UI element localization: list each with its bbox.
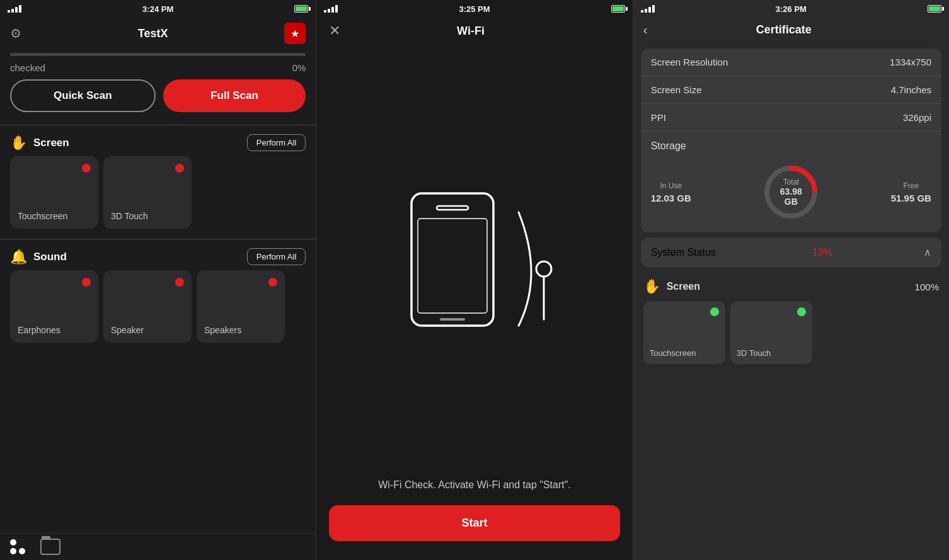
bottom-tabs bbox=[0, 533, 316, 560]
sound-section-header: 🔔 Sound Perform All bbox=[0, 242, 316, 270]
right-3d-touch-label: 3D Touch bbox=[737, 348, 771, 358]
full-scan-button[interactable]: Full Scan bbox=[163, 79, 306, 112]
3d-touch-card[interactable]: 3D Touch bbox=[103, 156, 192, 229]
right-screen-section-header: ✋ Screen 100% bbox=[633, 272, 949, 299]
screen-section-icon: ✋ bbox=[10, 135, 27, 151]
carrier-left bbox=[8, 5, 21, 13]
ppi-value: 326ppi bbox=[903, 112, 931, 123]
screen-section-title: ✋ Screen bbox=[10, 135, 69, 151]
storage-section: Storage In Use 12.03 GB Total 63.98 G bbox=[641, 132, 941, 232]
right-scroll[interactable]: Screen Resolution 1334x750 Screen Size 4… bbox=[633, 43, 949, 560]
storage-visual: In Use 12.03 GB Total 63.98 GB bbox=[651, 161, 931, 224]
shield-icon[interactable]: ★ bbox=[284, 23, 306, 44]
tab-folder[interactable] bbox=[40, 539, 60, 555]
donut-value: 63.98 GB bbox=[775, 186, 807, 207]
wifi-start-button[interactable]: Start bbox=[329, 505, 619, 541]
right-items-grid: Touchscreen 3D Touch bbox=[633, 299, 949, 369]
right-screen-icon: ✋ bbox=[643, 278, 660, 295]
svg-rect-3 bbox=[440, 318, 465, 321]
screen-size-label: Screen Size bbox=[651, 84, 702, 95]
in-use-stat: In Use 12.03 GB bbox=[651, 181, 691, 203]
wifi-illustration bbox=[316, 48, 632, 477]
dot-1 bbox=[10, 539, 16, 546]
app-title: TestX bbox=[138, 27, 168, 40]
screen-perform-all-button[interactable]: Perform All bbox=[247, 134, 306, 151]
speakers-label: Speakers bbox=[204, 325, 241, 335]
screen-resolution-row: Screen Resolution 1334x750 bbox=[641, 49, 941, 76]
touchscreen-card[interactable]: Touchscreen bbox=[10, 156, 98, 229]
time-left: 3:24 PM bbox=[142, 4, 173, 14]
3d-touch-status bbox=[175, 164, 184, 173]
speaker-status bbox=[175, 278, 184, 287]
screen-section-header: ✋ Screen Perform All bbox=[0, 128, 316, 156]
3d-touch-label: 3D Touch bbox=[111, 211, 148, 221]
dot-3 bbox=[19, 548, 25, 554]
svg-rect-1 bbox=[437, 206, 468, 210]
status-bar-mid: 3:25 PM bbox=[316, 0, 632, 18]
progress-bar-wrap bbox=[0, 50, 316, 60]
screen-items-grid: Touchscreen 3D Touch bbox=[0, 156, 316, 236]
right-panel: 3:26 PM ‹ Certificate Screen Resolution … bbox=[633, 0, 949, 560]
divider-1 bbox=[0, 125, 316, 125]
dot-2 bbox=[10, 548, 16, 554]
svg-point-4 bbox=[536, 261, 551, 277]
screen-res-label: Screen Resolution bbox=[651, 57, 728, 67]
progress-track bbox=[10, 53, 306, 56]
checked-percent: 0% bbox=[292, 62, 306, 73]
divider-2 bbox=[0, 239, 316, 239]
battery-left bbox=[294, 5, 308, 13]
right-touchscreen-status bbox=[710, 307, 719, 316]
cert-title: Certificate bbox=[653, 23, 914, 37]
sound-items-grid: Earphones Speaker Speakers bbox=[0, 270, 316, 350]
screen-res-value: 1334x750 bbox=[890, 57, 931, 67]
wifi-desc-text: Wi-Fi Check. Activate Wi-Fi and tap "Sta… bbox=[378, 479, 571, 490]
right-screen-title: Screen bbox=[667, 281, 909, 292]
status-bar-left: 3:24 PM bbox=[0, 0, 316, 18]
status-bar-right: 3:26 PM bbox=[633, 0, 949, 18]
screen-size-row: Screen Size 4.7inches bbox=[641, 76, 941, 104]
right-touchscreen-card[interactable]: Touchscreen bbox=[643, 301, 725, 364]
sound-perform-all-button[interactable]: Perform All bbox=[247, 248, 306, 265]
battery-mid bbox=[611, 5, 625, 13]
speaker-label: Speaker bbox=[111, 325, 144, 335]
left-header: ⚙ TestX ★ bbox=[0, 18, 316, 50]
middle-panel: 3:25 PM ✕ Wi-Fi Wi-Fi Check. Acti bbox=[316, 0, 633, 560]
screen-size-value: 4.7inches bbox=[891, 84, 931, 95]
speakers-card[interactable]: Speakers bbox=[197, 270, 285, 343]
right-3d-touch-card[interactable]: 3D Touch bbox=[730, 301, 812, 364]
system-status-bar[interactable]: System Status 19% ∧ bbox=[641, 237, 941, 267]
right-3d-touch-status bbox=[797, 307, 806, 316]
speakers-status bbox=[268, 278, 277, 287]
svg-rect-0 bbox=[411, 193, 493, 326]
in-use-value: 12.03 GB bbox=[651, 193, 691, 203]
battery-right bbox=[928, 5, 941, 13]
carrier-mid bbox=[324, 5, 338, 13]
right-touchscreen-label: Touchscreen bbox=[650, 348, 696, 358]
checked-label: checked bbox=[10, 62, 45, 73]
system-status-percent: 19% bbox=[812, 247, 832, 258]
touchscreen-label: Touchscreen bbox=[18, 211, 67, 221]
wifi-title: Wi-Fi bbox=[457, 25, 485, 38]
back-button[interactable]: ‹ bbox=[643, 23, 648, 37]
earphones-card[interactable]: Earphones bbox=[10, 270, 98, 343]
scan-buttons: Quick Scan Full Scan bbox=[0, 79, 316, 122]
sound-section-icon: 🔔 bbox=[10, 249, 27, 265]
earphones-status bbox=[82, 278, 91, 287]
system-status-label: System Status bbox=[651, 247, 716, 258]
donut-center: Total 63.98 GB bbox=[775, 178, 807, 207]
storage-title: Storage bbox=[651, 140, 931, 152]
wifi-close-button[interactable]: ✕ bbox=[329, 23, 340, 39]
free-stat: Free 51.95 GB bbox=[891, 181, 931, 203]
time-right: 3:26 PM bbox=[776, 4, 807, 14]
gear-icon[interactable]: ⚙ bbox=[10, 26, 21, 41]
speaker-card[interactable]: Speaker bbox=[103, 270, 192, 343]
in-use-label: In Use bbox=[651, 181, 691, 190]
quick-scan-button[interactable]: Quick Scan bbox=[10, 79, 156, 112]
sound-label: Sound bbox=[33, 251, 67, 263]
svg-rect-2 bbox=[418, 219, 487, 313]
time-mid: 3:25 PM bbox=[459, 4, 490, 14]
tab-home[interactable] bbox=[10, 539, 25, 554]
wifi-description: Wi-Fi Check. Activate Wi-Fi and tap "Sta… bbox=[316, 477, 632, 505]
wifi-svg bbox=[367, 174, 582, 351]
sound-section-title: 🔔 Sound bbox=[10, 249, 67, 265]
